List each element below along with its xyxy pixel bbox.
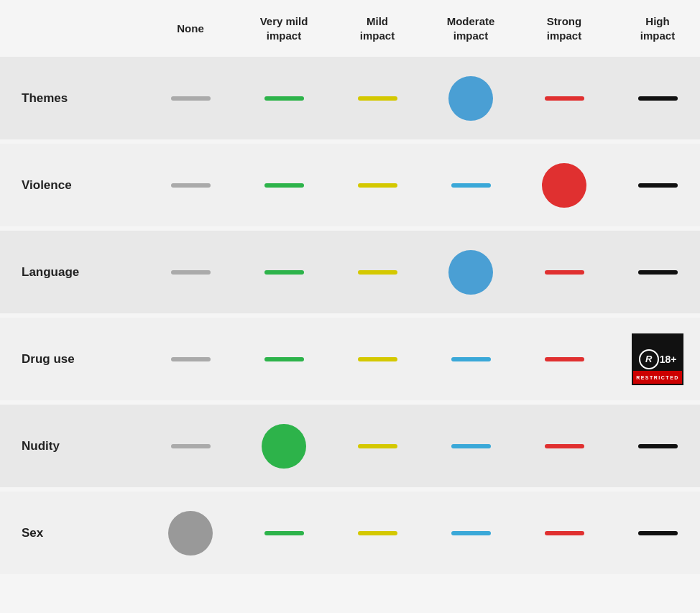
sex-mild: [331, 531, 424, 535]
druguse-verymild: [237, 357, 331, 361]
language-verymild: [237, 270, 331, 275]
druguse-none: [144, 357, 237, 361]
druguse-mild: [331, 357, 424, 361]
themes-moderate: [424, 76, 517, 121]
nudity-none: [144, 444, 237, 448]
violence-none: [144, 183, 237, 188]
sex-verymild: [237, 531, 331, 535]
header-mild: Mildimpact: [331, 14, 424, 42]
header-empty: [0, 14, 144, 42]
header-strong: Strongimpact: [517, 14, 611, 42]
nudity-verymild: [237, 424, 331, 469]
violence-verymild: [237, 183, 331, 188]
sex-none: [144, 511, 237, 556]
violence-mild: [331, 183, 424, 188]
themes-strong: [517, 96, 611, 101]
r18-badge: R 18+ RESTRICTED: [632, 333, 683, 385]
label-druguse: Drug use: [0, 352, 144, 367]
nudity-high: [611, 444, 700, 448]
header-moderate: Moderateimpact: [424, 14, 517, 42]
label-language: Language: [0, 265, 144, 280]
row-violence: Violence: [0, 144, 700, 226]
row-druguse: Drug use R 18+ RESTRICTED: [0, 318, 700, 400]
druguse-high: R 18+ RESTRICTED: [611, 333, 700, 385]
language-moderate: [424, 250, 517, 295]
row-language: Language: [0, 231, 700, 313]
nudity-mild: [331, 444, 424, 448]
themes-verymild: [237, 96, 331, 101]
header-none: None: [144, 14, 237, 42]
violence-strong: [517, 163, 611, 208]
r-circle: R: [639, 349, 659, 369]
header-row: None Very mildimpact Mildimpact Moderate…: [0, 0, 700, 57]
plus18-label: 18+: [660, 354, 677, 365]
language-none: [144, 270, 237, 275]
header-high: Highimpact: [611, 14, 700, 42]
violence-moderate: [424, 183, 517, 188]
sex-high: [611, 531, 700, 535]
nudity-moderate: [424, 444, 517, 448]
sex-strong: [517, 531, 611, 535]
label-violence: Violence: [0, 178, 144, 193]
restricted-bar: RESTRICTED: [633, 371, 682, 384]
language-strong: [517, 270, 611, 275]
themes-none: [144, 96, 237, 101]
label-themes: Themes: [0, 91, 144, 106]
themes-mild: [331, 96, 424, 101]
language-high: [611, 270, 700, 275]
nudity-strong: [517, 444, 611, 448]
language-mild: [331, 270, 424, 275]
rating-table: None Very mildimpact Mildimpact Moderate…: [0, 0, 700, 574]
header-very-mild: Very mildimpact: [237, 14, 331, 42]
row-sex: Sex: [0, 492, 700, 574]
druguse-strong: [517, 357, 611, 361]
row-nudity: Nudity: [0, 405, 700, 487]
druguse-moderate: [424, 357, 517, 361]
label-sex: Sex: [0, 526, 144, 540]
sex-moderate: [424, 531, 517, 535]
themes-high: [611, 96, 700, 101]
row-themes: Themes: [0, 57, 700, 139]
restricted-label: RESTRICTED: [636, 375, 679, 380]
violence-high: [611, 183, 700, 188]
label-nudity: Nudity: [0, 439, 144, 453]
